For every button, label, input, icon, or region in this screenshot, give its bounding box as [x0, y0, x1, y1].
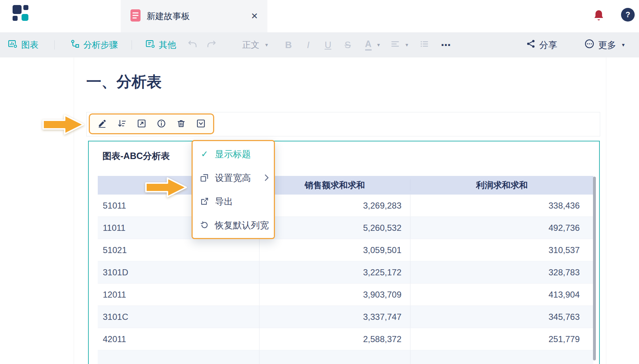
table-cell: 3101C [98, 306, 259, 328]
table-cell: 338,436 [410, 195, 593, 216]
more-menu-button[interactable]: 更多 ▾ [584, 39, 625, 51]
table-scrollbar[interactable] [593, 177, 596, 360]
table-cell: 413,904 [410, 284, 593, 305]
storyboard-tab[interactable]: 新建故事板 ✕ [121, 0, 267, 32]
page-left-edge [74, 57, 74, 364]
table-cell [410, 350, 593, 364]
list-button[interactable] [420, 39, 429, 51]
undo-icon [188, 40, 197, 50]
text-align-button[interactable]: ▾ [391, 39, 408, 51]
table-row[interactable]: 51021 3,059,501 310,537 [98, 239, 593, 261]
notifications-bell-icon[interactable] [593, 9, 604, 23]
insert-chart-label: 图表 [21, 39, 38, 51]
table-cell: 2,588,372 [259, 328, 410, 350]
font-color-button[interactable]: A ▾ [365, 39, 380, 51]
table-cell: 12011 [98, 284, 259, 305]
menu-item-label: 导出 [215, 196, 233, 207]
reset-icon [200, 220, 209, 230]
font-color-glyph: A [365, 39, 372, 51]
edit-widget-button[interactable] [97, 119, 107, 129]
page-right-edge [606, 57, 606, 364]
table-body: 51011 3,269,283 338,436 11011 5,260,532 … [98, 195, 593, 364]
chevron-down-icon: ▾ [622, 42, 625, 48]
tab-close-button[interactable]: ✕ [251, 11, 258, 21]
table-row[interactable]: 11011 5,260,532 492,736 [98, 217, 593, 239]
table-header-cell[interactable]: 销售额求和求和 [259, 179, 410, 191]
table-cell: 492,736 [410, 217, 593, 239]
table-header-cell[interactable]: 利润求和求和 [410, 179, 593, 191]
table-cell: 3,225,172 [259, 261, 410, 283]
widget-context-menu: ✓ 显示标题 设置宽高 [192, 140, 275, 239]
align-icon [391, 39, 400, 51]
expand-icon [137, 119, 146, 129]
widget-options-dropdown-button[interactable] [196, 119, 206, 129]
table-row[interactable]: 42011 2,588,372 251,779 [98, 328, 593, 350]
chevron-down-icon: ▾ [377, 42, 380, 48]
menu-item-show-title[interactable]: ✓ 显示标题 [193, 142, 274, 166]
table-cell: 328,783 [410, 261, 593, 283]
export-icon [200, 197, 209, 206]
widget-title: 图表-ABC分析表 [102, 150, 170, 162]
underline-button[interactable]: U [322, 39, 334, 51]
table-cell [259, 350, 410, 364]
other-widget-icon [146, 39, 155, 51]
table-cell: 42011 [98, 328, 259, 350]
share-button[interactable]: 分享 [526, 39, 557, 51]
paragraph-style-dropdown[interactable]: 正文 ▾ [242, 39, 268, 51]
menu-item-reset-column-width[interactable]: 恢复默认列宽 [193, 213, 274, 237]
resize-icon [200, 173, 209, 182]
table-row[interactable]: 3101C 3,337,747 345,763 [98, 306, 593, 328]
more-circle-icon [584, 39, 594, 51]
menu-item-label: 恢复默认列宽 [215, 219, 269, 231]
more-label: 更多 [598, 39, 616, 51]
undo-button[interactable] [188, 40, 197, 50]
callout-arrow-menu [145, 176, 188, 199]
expand-button[interactable] [137, 119, 146, 129]
help-glyph: ? [625, 10, 630, 19]
share-label: 分享 [539, 39, 557, 51]
menu-item-export[interactable]: 导出 [193, 190, 274, 213]
delete-widget-button[interactable] [176, 119, 186, 129]
editor-toolbar: 图表 分析步骤 其他 [0, 32, 639, 57]
chevron-down-icon: ▾ [265, 42, 268, 48]
table-cell: 3,269,283 [259, 195, 410, 216]
section-heading[interactable]: 一、分析表 [86, 72, 162, 92]
paragraph-style-label: 正文 [242, 39, 259, 51]
sort-button[interactable] [117, 119, 127, 129]
edit-pencil-icon [97, 119, 107, 129]
table-cell: 3,337,747 [259, 306, 410, 328]
callout-arrow-toolbar [42, 113, 86, 136]
info-button[interactable] [157, 119, 166, 129]
widget-toolbar [86, 112, 600, 136]
sort-icon [117, 119, 127, 129]
table-cell: 251,779 [410, 328, 593, 350]
redo-button[interactable] [207, 40, 216, 50]
checkbox-dropdown-icon [196, 119, 206, 129]
info-icon [157, 119, 166, 129]
app-logo-icon[interactable] [12, 5, 29, 21]
italic-button[interactable]: I [302, 39, 314, 51]
table-row[interactable] [98, 350, 593, 364]
toolbar-separator [54, 40, 55, 50]
toolbar-overflow-button[interactable]: ⋯ [441, 39, 452, 51]
chart-widget[interactable]: 图表-ABC分析表 销售额求和求和 利润求和求和 51011 3,269,283… [88, 141, 600, 364]
table-cell: 51021 [98, 239, 259, 261]
table-cell: 310,537 [410, 239, 593, 261]
toolbar-separator [132, 40, 132, 50]
analysis-steps-button[interactable]: 分析步骤 [70, 39, 118, 51]
table-cell: 3,903,709 [259, 284, 410, 305]
strikethrough-button[interactable]: S [342, 39, 354, 51]
insert-chart-button[interactable]: 图表 [8, 39, 38, 51]
check-icon: ✓ [200, 149, 209, 159]
chevron-right-icon [264, 174, 269, 182]
menu-item-label: 设置宽高 [215, 172, 251, 184]
table-row[interactable]: 12011 3,903,709 413,904 [98, 284, 593, 306]
table-cell: 3,059,501 [259, 239, 410, 261]
table-row[interactable]: 3101D 3,225,172 328,783 [98, 261, 593, 284]
widget-toolbar-group [89, 113, 214, 134]
bold-button[interactable]: B [282, 39, 295, 51]
menu-item-set-size[interactable]: 设置宽高 [193, 166, 274, 190]
insert-other-button[interactable]: 其他 [146, 39, 176, 51]
help-icon[interactable]: ? [621, 8, 635, 22]
trash-icon [176, 119, 186, 129]
